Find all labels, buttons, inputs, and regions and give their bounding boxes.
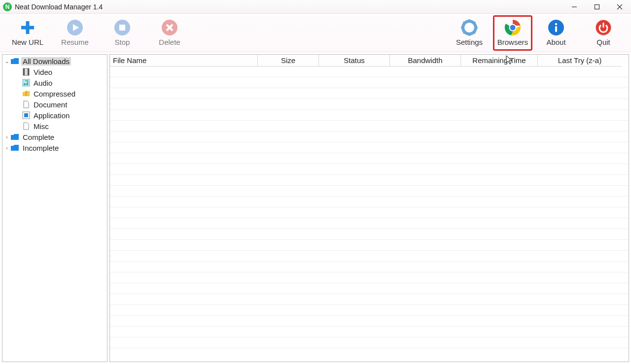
table-row <box>110 251 629 262</box>
tree-label: Complete <box>21 133 56 141</box>
table-row <box>110 229 629 240</box>
table-row <box>110 240 629 251</box>
svg-point-37 <box>26 83 28 85</box>
table-row <box>110 175 629 186</box>
svg-rect-28 <box>555 26 557 32</box>
new-url-button[interactable]: New URL <box>4 15 51 51</box>
svg-rect-40 <box>24 113 28 117</box>
tree-node-complete[interactable]: › Complete <box>2 132 107 142</box>
stop-button[interactable]: Stop <box>99 15 146 51</box>
delete-button[interactable]: Delete <box>146 15 193 51</box>
maximize-button[interactable] <box>586 0 608 14</box>
table-row <box>110 262 629 272</box>
table-row <box>110 294 629 305</box>
tree-node-video[interactable]: Video <box>2 66 107 77</box>
tree-label: Misc <box>32 122 50 131</box>
delete-icon <box>161 19 178 36</box>
table-row <box>110 283 629 294</box>
table-header[interactable]: File Name Size Status Bandwidth Remainin… <box>110 55 629 66</box>
table-row <box>110 88 629 99</box>
tree-label: Document <box>32 100 69 109</box>
info-icon <box>548 19 564 36</box>
svg-point-25 <box>510 25 516 31</box>
table-row <box>110 110 629 121</box>
table-row <box>110 327 629 337</box>
tree-node-misc[interactable]: Misc <box>2 121 107 132</box>
table-row <box>110 164 629 175</box>
close-button[interactable] <box>608 0 631 14</box>
tree-node-document[interactable]: Document <box>2 99 107 110</box>
resume-label: Resume <box>61 38 89 46</box>
gear-icon <box>461 19 478 36</box>
audio-icon <box>22 78 30 87</box>
svg-rect-1 <box>595 4 599 9</box>
tree-node-compressed[interactable]: Compressed <box>2 88 107 99</box>
browsers-button[interactable]: Browsers <box>493 15 532 51</box>
svg-rect-34 <box>28 68 29 75</box>
table-row <box>110 99 629 110</box>
tree-node-application[interactable]: Application <box>2 110 107 121</box>
chrome-icon <box>504 19 521 36</box>
table-row <box>110 142 629 153</box>
misc-icon <box>22 122 30 131</box>
app-icon: N <box>3 2 12 11</box>
table-row <box>110 197 629 207</box>
table-row <box>110 186 629 197</box>
tree-label: All Downloads <box>21 57 71 66</box>
col-remaining-time[interactable]: Remaining Time <box>461 55 538 66</box>
tree-label: Video <box>32 68 54 76</box>
tree-label: Compressed <box>32 90 77 98</box>
about-label: About <box>546 38 565 46</box>
folder-icon <box>10 58 19 65</box>
tree-label: Incomplete <box>21 144 60 152</box>
tree-node-all-downloads[interactable]: ⌄ All Downloads <box>2 56 107 66</box>
table-row <box>110 77 629 88</box>
toolbar: New URL Resume Stop Delete Settings <box>0 14 631 52</box>
video-icon <box>22 67 30 76</box>
quit-label: Quit <box>596 38 610 46</box>
stop-label: Stop <box>115 38 130 46</box>
table-row <box>110 132 629 142</box>
col-status[interactable]: Status <box>319 55 390 66</box>
tree-label: Application <box>32 111 71 120</box>
table-row <box>110 66 629 77</box>
col-file-name[interactable]: File Name <box>110 55 258 66</box>
col-bandwidth[interactable]: Bandwidth <box>390 55 461 66</box>
chevron-right-icon[interactable]: › <box>3 134 10 140</box>
table-row <box>110 121 629 132</box>
table-row <box>110 305 629 316</box>
chevron-right-icon[interactable]: › <box>3 145 10 151</box>
tree-label: Audio <box>32 79 54 87</box>
compressed-icon <box>22 89 30 98</box>
titlebar: N Neat Download Manager 1.4 <box>0 0 631 14</box>
svg-point-27 <box>555 23 557 25</box>
settings-button[interactable]: Settings <box>446 15 493 51</box>
plus-icon <box>19 19 36 36</box>
downloads-table[interactable]: File Name Size Status Bandwidth Remainin… <box>109 54 629 362</box>
tree-node-incomplete[interactable]: › Incomplete <box>2 142 107 153</box>
col-last-try[interactable]: Last Try (z-a) <box>538 55 622 66</box>
stop-icon <box>114 19 131 36</box>
table-row <box>110 218 629 229</box>
category-tree[interactable]: ⌄ All Downloads Video Audio Compressed D… <box>2 54 107 362</box>
power-icon <box>595 19 612 36</box>
table-row <box>110 316 629 327</box>
svg-point-36 <box>24 83 26 85</box>
settings-label: Settings <box>456 38 483 46</box>
table-row <box>110 337 629 348</box>
delete-label: Delete <box>159 38 180 46</box>
minimize-button[interactable] <box>563 0 586 14</box>
table-row <box>110 272 629 283</box>
chevron-down-icon[interactable]: ⌄ <box>3 59 10 64</box>
svg-rect-9 <box>119 25 125 31</box>
quit-button[interactable]: Quit <box>580 15 627 51</box>
play-icon <box>67 19 83 36</box>
resume-button[interactable]: Resume <box>51 15 99 51</box>
document-icon <box>22 100 30 109</box>
col-size[interactable]: Size <box>258 55 319 66</box>
tree-node-audio[interactable]: Audio <box>2 77 107 88</box>
folder-icon <box>10 144 19 151</box>
about-button[interactable]: About <box>532 15 580 51</box>
svg-point-14 <box>466 25 472 31</box>
browsers-label: Browsers <box>497 38 528 46</box>
